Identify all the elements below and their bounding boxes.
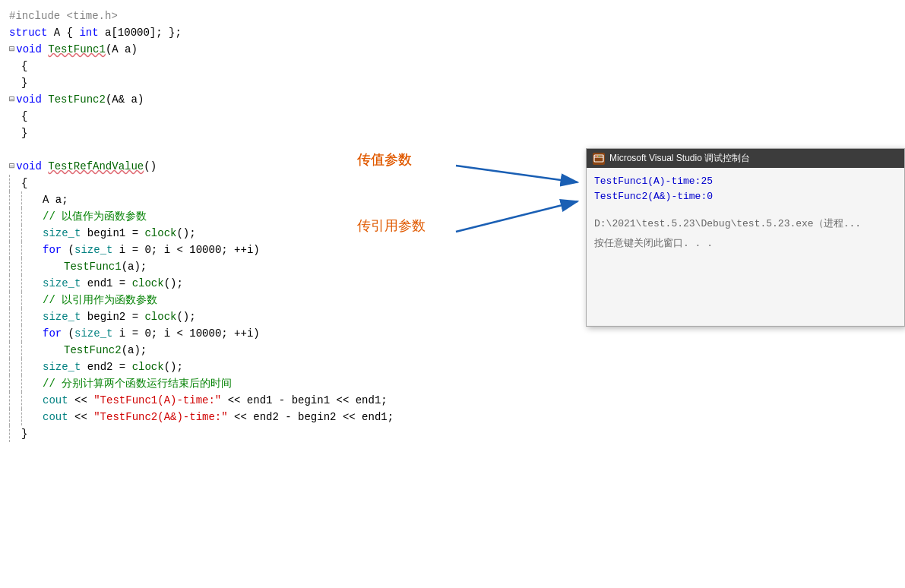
code-editor: #include <time.h> struct A { int a[10000… bbox=[0, 0, 577, 588]
svg-point-5 bbox=[595, 155, 596, 156]
code-line: ⊟void TestFunc1(A a) bbox=[0, 41, 577, 58]
console-title: Microsoft Visual Studio 调试控制台 bbox=[609, 152, 750, 165]
code-line: } bbox=[0, 74, 577, 91]
code-line bbox=[0, 141, 577, 158]
svg-point-6 bbox=[597, 155, 599, 156]
svg-point-7 bbox=[599, 155, 600, 156]
code-line: } bbox=[0, 125, 577, 141]
code-line: } bbox=[0, 425, 577, 442]
console-output-line: TestFunc2(A&)-time:0 bbox=[594, 189, 897, 204]
code-line: size_t begin2 = clock(); bbox=[0, 308, 577, 325]
code-line: // 以值作为函数参数 bbox=[0, 208, 577, 225]
code-line: size_t end2 = clock(); bbox=[0, 359, 577, 375]
console-body: TestFunc1(A)-time:25 TestFunc2(A&)-time:… bbox=[587, 168, 904, 325]
code-line: { bbox=[0, 58, 577, 74]
console-output-line: D:\2021\test.5.23\Debug\test.5.23.exe（进程… bbox=[594, 217, 897, 232]
code-line: // 以引用作为函数参数 bbox=[0, 292, 577, 308]
code-line: TestFunc1(a); bbox=[0, 258, 577, 275]
code-line: TestFunc2(a); bbox=[0, 342, 577, 359]
code-line: size_t end1 = clock(); bbox=[0, 275, 577, 292]
console-output-line: 按任意键关闭此窗口. . . bbox=[594, 236, 897, 251]
annotation-value-param-display: 传值参数 bbox=[357, 150, 412, 169]
code-line: struct A { int a[10000]; }; bbox=[0, 24, 577, 41]
code-line: // 分别计算两个函数运行结束后的时间 bbox=[0, 375, 577, 392]
console-icon bbox=[593, 153, 605, 165]
code-line: A a; bbox=[0, 191, 577, 208]
code-line: { bbox=[0, 175, 577, 191]
code-line: ⊟void TestFunc2(A& a) bbox=[0, 91, 577, 108]
annotation-ref-param-display: 传引用参数 bbox=[357, 217, 426, 235]
code-line: #include <time.h> bbox=[0, 8, 577, 24]
console-titlebar: Microsoft Visual Studio 调试控制台 bbox=[587, 149, 904, 168]
console-panel: Microsoft Visual Studio 调试控制台 TestFunc1(… bbox=[586, 148, 905, 327]
code-line: ⊟void TestRefAndValue() bbox=[0, 158, 577, 175]
code-line: for (size_t i = 0; i < 10000; ++i) bbox=[0, 242, 577, 258]
code-line: cout << "TestFunc1(A)-time:" << end1 - b… bbox=[0, 392, 577, 409]
code-line: size_t begin1 = clock(); bbox=[0, 225, 577, 242]
console-output-line: TestFunc1(A)-time:25 bbox=[594, 174, 897, 189]
code-line: cout << "TestFunc2(A&)-time:" << end2 - … bbox=[0, 409, 577, 425]
code-line: { bbox=[0, 108, 577, 125]
code-line: for (size_t i = 0; i < 10000; ++i) bbox=[0, 325, 577, 342]
